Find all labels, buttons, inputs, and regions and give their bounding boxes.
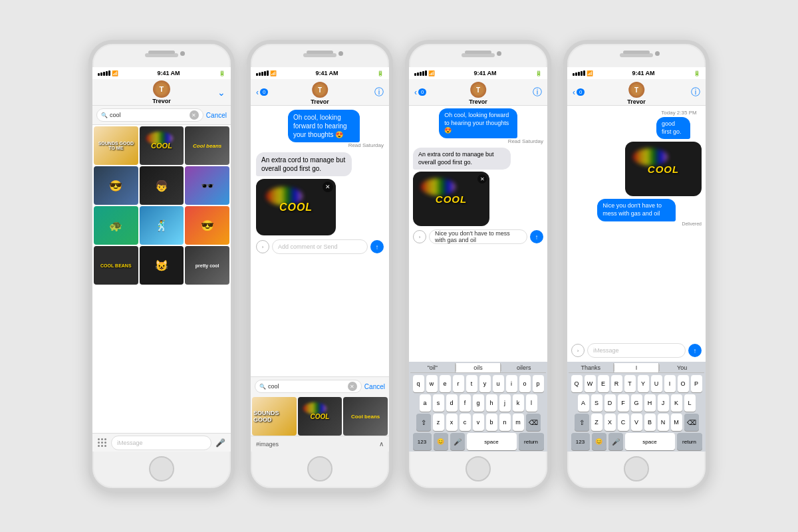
message-field-3[interactable]: Nice you don't have to mess with gas and… xyxy=(429,229,527,244)
suggestion-2-3[interactable]: oils xyxy=(456,363,501,372)
key-e-3[interactable]: e xyxy=(440,375,451,392)
gif-cell-3-1[interactable]: 🐢 xyxy=(94,206,138,245)
key-u-3[interactable]: u xyxy=(493,375,504,392)
search-cancel-1[interactable]: Cancel xyxy=(206,112,227,119)
key-K-4[interactable]: K xyxy=(671,394,682,412)
comment-field-2[interactable]: Add comment or Send xyxy=(272,239,368,254)
gif-close-3[interactable]: ✕ xyxy=(477,174,487,184)
key-B-4[interactable]: B xyxy=(644,414,656,431)
avatar-2[interactable]: T xyxy=(312,82,328,98)
gif-cell-1-1[interactable]: SOUNDS GOOD TO ME xyxy=(94,126,138,165)
gif-2-3[interactable]: Cool beans xyxy=(343,397,388,436)
info-icon-3[interactable]: ⓘ xyxy=(533,86,542,98)
key-shift-3[interactable]: ⇧ xyxy=(416,414,431,431)
send-button-4[interactable]: ↑ xyxy=(688,344,702,357)
key-r-3[interactable]: r xyxy=(453,375,464,392)
gif-bubble-3[interactable]: COOL ✕ xyxy=(413,172,489,226)
imessage-input-1[interactable]: iMessage xyxy=(111,436,211,450)
send-button-3[interactable]: ↑ xyxy=(530,230,543,243)
key-V-4[interactable]: V xyxy=(631,414,642,431)
key-emoji-4[interactable]: 😊 xyxy=(592,433,606,450)
key-b-3[interactable]: b xyxy=(486,414,497,431)
key-H-4[interactable]: H xyxy=(644,394,656,412)
gif-close-2[interactable]: ✕ xyxy=(323,182,333,192)
key-q-3[interactable]: q xyxy=(413,375,424,392)
key-W-4[interactable]: W xyxy=(585,375,596,392)
key-S-4[interactable]: S xyxy=(591,394,602,412)
key-v-3[interactable]: v xyxy=(473,414,484,431)
search-cancel-2[interactable]: Cancel xyxy=(364,383,385,390)
suggestion-3-3[interactable]: oilers xyxy=(501,363,546,372)
key-space-3[interactable]: space xyxy=(467,433,517,450)
gif-bubble-4[interactable]: COOL xyxy=(625,142,702,196)
key-P-4[interactable]: P xyxy=(691,375,702,392)
key-delete-4[interactable]: ⌫ xyxy=(684,414,699,431)
key-k-3[interactable]: k xyxy=(513,394,524,412)
search-field-2[interactable]: 🔍 cool ✕ xyxy=(255,380,362,393)
suggestion-i-4[interactable]: I xyxy=(614,363,660,372)
info-icon-4[interactable]: ⓘ xyxy=(691,86,700,98)
gif-cell-2-2[interactable]: 👦 xyxy=(140,166,184,205)
key-I-4[interactable]: I xyxy=(664,375,676,392)
key-m-3[interactable]: m xyxy=(513,414,524,431)
info-icon-2[interactable]: ⓘ xyxy=(374,86,384,98)
search-field-1[interactable]: 🔍 cool ✕ xyxy=(96,108,203,122)
key-x-3[interactable]: x xyxy=(446,414,458,431)
key-space-4[interactable]: space xyxy=(625,433,675,450)
key-G-4[interactable]: G xyxy=(631,394,642,412)
send-button-2[interactable]: ↑ xyxy=(370,240,384,253)
home-button-3[interactable] xyxy=(466,456,491,481)
key-123-4[interactable]: 123 xyxy=(571,433,590,450)
key-l-3[interactable]: l xyxy=(526,394,537,412)
key-d-3[interactable]: d xyxy=(446,394,458,412)
key-N-4[interactable]: N xyxy=(658,414,669,431)
gif-bubble-2[interactable]: COOL ✕ xyxy=(256,179,336,235)
home-button-4[interactable] xyxy=(624,456,649,481)
back-button-3[interactable]: ‹ 0 xyxy=(414,88,426,97)
gif-2-2[interactable]: COOL xyxy=(298,397,342,436)
key-y-3[interactable]: y xyxy=(479,375,491,392)
key-s-3[interactable]: s xyxy=(433,394,444,412)
avatar-3[interactable]: T xyxy=(470,82,486,98)
search-clear-2[interactable]: ✕ xyxy=(348,382,357,391)
gif-cell-3-3[interactable]: 😎 xyxy=(185,206,229,245)
key-i-3[interactable]: i xyxy=(506,375,517,392)
key-Y-4[interactable]: Y xyxy=(638,375,649,392)
key-M-4[interactable]: M xyxy=(671,414,682,431)
key-h-3[interactable]: h xyxy=(486,394,497,412)
expand-icon-3[interactable]: › xyxy=(413,230,426,243)
key-w-3[interactable]: w xyxy=(426,375,438,392)
gif-cell-3-2[interactable]: 🕺 xyxy=(140,206,184,245)
key-E-4[interactable]: E xyxy=(598,375,609,392)
gif-2-1[interactable]: SOUNDS GOOD xyxy=(252,397,297,436)
key-delete-3[interactable]: ⌫ xyxy=(526,414,541,431)
key-return-4[interactable]: return xyxy=(677,433,702,450)
gif-cell-2-3[interactable]: 🕶️ xyxy=(185,166,229,205)
back-button-4[interactable]: ‹ 0 xyxy=(573,88,585,97)
key-emoji-3[interactable]: 😊 xyxy=(434,433,448,450)
expand-icon-4[interactable]: › xyxy=(571,344,585,357)
key-A-4[interactable]: A xyxy=(578,394,589,412)
gif-cell-4-3[interactable]: pretty cool xyxy=(185,246,229,285)
key-j-3[interactable]: j xyxy=(499,394,511,412)
key-F-4[interactable]: F xyxy=(618,394,629,412)
key-R-4[interactable]: R xyxy=(611,375,622,392)
down-arrow-icon[interactable]: ⌄ xyxy=(217,87,225,98)
back-button-2[interactable]: ‹ 0 xyxy=(256,88,268,97)
expand-icon-2[interactable]: › xyxy=(256,240,269,253)
avatar-4[interactable]: T xyxy=(628,82,644,98)
key-z-3[interactable]: z xyxy=(433,414,444,431)
key-D-4[interactable]: D xyxy=(604,394,616,412)
key-n-3[interactable]: n xyxy=(499,414,511,431)
key-123-3[interactable]: 123 xyxy=(413,433,432,450)
key-O-4[interactable]: O xyxy=(678,375,689,392)
key-f-3[interactable]: f xyxy=(460,394,471,412)
suggestion-thanks-4[interactable]: Thanks xyxy=(569,363,614,372)
key-p-3[interactable]: p xyxy=(533,375,544,392)
key-Q-4[interactable]: Q xyxy=(571,375,583,392)
key-T-4[interactable]: T xyxy=(624,375,636,392)
key-mic-4[interactable]: 🎤 xyxy=(608,433,623,450)
message-field-4[interactable]: iMessage xyxy=(587,343,686,358)
gif-cell-2-1[interactable]: 😎 xyxy=(94,166,138,205)
suggestion-you-4[interactable]: You xyxy=(660,363,704,372)
